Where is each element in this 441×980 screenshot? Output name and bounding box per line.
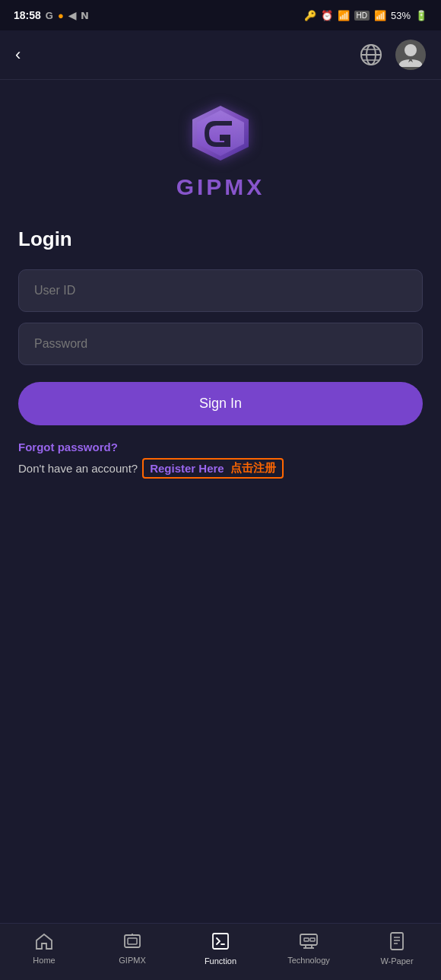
status-icon-g: G xyxy=(46,10,53,21)
status-key-icon: 🔑 xyxy=(304,10,316,21)
register-line: Don't have an account? Register Here 点击注… xyxy=(18,458,423,479)
status-right-area: 🔑 ⏰ 📶 HD 📶 53% 🔋 xyxy=(304,10,427,21)
brand-name: GIPMX xyxy=(176,174,265,200)
userid-input[interactable] xyxy=(18,269,423,312)
password-input[interactable] xyxy=(18,323,423,365)
logo-area: GIPMX xyxy=(176,103,265,200)
status-time: 18:58 xyxy=(14,9,41,21)
header-nav: ‹ xyxy=(0,30,441,80)
register-chinese-text[interactable]: 点击注册 xyxy=(230,461,276,476)
login-title: Login xyxy=(18,228,423,251)
status-battery-icon: 🔋 xyxy=(415,10,427,21)
sign-in-button[interactable]: Sign In xyxy=(18,382,423,425)
svg-rect-14 xyxy=(310,938,315,941)
status-hd-label: HD xyxy=(354,11,370,21)
tab-technology-label: Technology xyxy=(287,956,330,965)
no-account-text: Don't have an account? xyxy=(18,462,138,475)
status-wifi-icon: 📶 xyxy=(338,10,350,21)
function-icon xyxy=(211,932,230,953)
tab-gipmx-label: GIPMX xyxy=(119,956,145,965)
tab-gipmx[interactable]: GIPMX xyxy=(88,933,176,965)
svg-rect-18 xyxy=(391,933,403,950)
tab-bar: Home GIPMX Function xyxy=(0,923,441,980)
user-avatar[interactable] xyxy=(395,40,426,70)
back-button[interactable]: ‹ xyxy=(15,46,21,63)
status-alarm-icon: ⏰ xyxy=(321,10,333,21)
status-icon-n: 𝗡 xyxy=(81,10,89,21)
forgot-password-link[interactable]: Forgot password? xyxy=(18,441,423,453)
status-icon-circle: ● xyxy=(58,10,64,21)
svg-rect-7 xyxy=(125,935,140,947)
tab-function-label: Function xyxy=(205,956,236,966)
technology-icon xyxy=(299,933,319,953)
main-content: GIPMX Login Sign In Forgot password? Don… xyxy=(0,80,441,923)
header-icons xyxy=(359,40,426,70)
wpaper-icon xyxy=(389,932,405,953)
gipmx-icon xyxy=(122,933,142,953)
register-here-link[interactable]: Register Here xyxy=(150,462,224,475)
svg-point-5 xyxy=(405,44,417,56)
globe-icon[interactable] xyxy=(359,43,383,67)
tab-home-label: Home xyxy=(33,956,55,965)
tab-wpaper[interactable]: W-Paper xyxy=(353,932,441,966)
status-icon-arrow: ◀ xyxy=(68,10,76,21)
login-form: Login Sign In Forgot password? Don't hav… xyxy=(18,228,423,479)
status-signal-icon: 📶 xyxy=(374,10,386,21)
svg-rect-13 xyxy=(304,938,309,941)
brand-logo xyxy=(186,103,255,164)
tab-wpaper-label: W-Paper xyxy=(380,956,413,966)
svg-rect-8 xyxy=(128,938,137,944)
status-bar: 18:58 G ● ◀ 𝗡 🔑 ⏰ 📶 HD 📶 53% 🔋 xyxy=(0,0,441,30)
tab-function[interactable]: Function xyxy=(176,932,265,966)
home-icon xyxy=(35,933,53,953)
register-box[interactable]: Register Here 点击注册 xyxy=(142,458,284,479)
tab-home[interactable]: Home xyxy=(0,933,88,965)
status-battery: 53% xyxy=(391,10,411,21)
status-time-area: 18:58 G ● ◀ 𝗡 xyxy=(14,9,89,21)
tab-technology[interactable]: Technology xyxy=(265,933,353,965)
